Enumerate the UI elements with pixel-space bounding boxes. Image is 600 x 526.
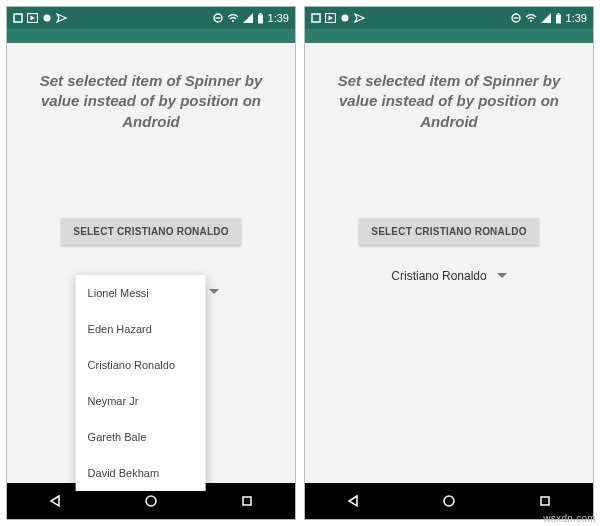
signal-icon (243, 13, 253, 23)
status-bar: 1:39 (7, 7, 295, 29)
select-cristiano-button[interactable]: SELECT CRISTIANO RONALDO (61, 218, 240, 245)
spinner-option[interactable]: Eden Hazard (76, 311, 206, 347)
page-title: Set selected item of Spinner by value in… (31, 71, 271, 132)
spinner-option[interactable]: Neymar Jr (76, 383, 206, 419)
battery-icon (257, 13, 264, 24)
device-right: 1:39 Set selected item of Spinner by val… (304, 6, 594, 520)
battery-icon (555, 13, 562, 24)
svg-marker-11 (51, 496, 59, 506)
svg-rect-10 (259, 13, 261, 15)
screen-content: Set selected item of Spinner by value in… (7, 43, 295, 483)
svg-marker-2 (31, 16, 36, 21)
svg-point-26 (444, 496, 454, 506)
nav-home-button[interactable] (144, 494, 158, 508)
watermark: wsxdn.com (543, 513, 596, 524)
spinner-dropdown: Lionel Messi Eden Hazard Cristiano Ronal… (76, 275, 206, 491)
dropdown-caret-icon[interactable] (209, 289, 219, 294)
svg-rect-13 (243, 497, 251, 505)
status-left (13, 13, 67, 23)
minus-circle-icon (511, 13, 521, 23)
svg-point-3 (44, 15, 51, 22)
svg-rect-0 (14, 14, 22, 22)
app-bar (7, 29, 295, 43)
svg-marker-16 (329, 16, 334, 21)
wifi-icon (227, 13, 239, 23)
svg-marker-4 (57, 14, 66, 22)
spinner-option[interactable]: Cristiano Ronaldo (76, 347, 206, 383)
status-time: 1:39 (268, 12, 289, 24)
svg-rect-9 (258, 14, 263, 23)
minus-circle-icon (213, 13, 223, 23)
svg-rect-24 (557, 13, 559, 15)
circle-icon (340, 13, 350, 23)
spinner-option[interactable]: David Bekham (76, 455, 206, 491)
nav-back-button[interactable] (48, 494, 62, 508)
svg-rect-23 (556, 14, 561, 23)
nav-home-button[interactable] (442, 494, 456, 508)
spinner-option[interactable]: Lionel Messi (76, 275, 206, 311)
square-icon (13, 13, 23, 23)
send-icon (354, 13, 365, 23)
svg-point-17 (342, 15, 349, 22)
app-bar (305, 29, 593, 43)
status-right: 1:39 (511, 12, 587, 24)
status-left (311, 13, 365, 23)
spinner[interactable]: Cristiano Ronaldo (319, 269, 579, 283)
status-bar: 1:39 (305, 7, 593, 29)
page-title: Set selected item of Spinner by value in… (329, 71, 569, 132)
chevron-down-icon (497, 273, 507, 278)
spinner-selected-value: Cristiano Ronaldo (391, 269, 486, 283)
svg-marker-22 (541, 13, 551, 23)
select-cristiano-button[interactable]: SELECT CRISTIANO RONALDO (359, 218, 538, 245)
circle-icon (42, 13, 52, 23)
svg-rect-27 (541, 497, 549, 505)
screen-content: Set selected item of Spinner by value in… (305, 43, 593, 483)
play-box-icon (27, 13, 38, 23)
nav-back-button[interactable] (346, 494, 360, 508)
square-icon (311, 13, 321, 23)
status-time: 1:39 (566, 12, 587, 24)
signal-icon (541, 13, 551, 23)
status-right: 1:39 (213, 12, 289, 24)
device-left: 1:39 Set selected item of Spinner by val… (6, 6, 296, 520)
nav-recent-button[interactable] (240, 494, 254, 508)
svg-marker-18 (355, 14, 364, 22)
svg-point-7 (232, 20, 234, 22)
nav-recent-button[interactable] (538, 494, 552, 508)
wifi-icon (525, 13, 537, 23)
play-box-icon (325, 13, 336, 23)
svg-marker-25 (349, 496, 357, 506)
svg-point-12 (146, 496, 156, 506)
spinner-option[interactable]: Gareth Bale (76, 419, 206, 455)
send-icon (56, 13, 67, 23)
svg-marker-8 (243, 13, 253, 23)
svg-rect-14 (312, 14, 320, 22)
svg-point-21 (530, 20, 532, 22)
